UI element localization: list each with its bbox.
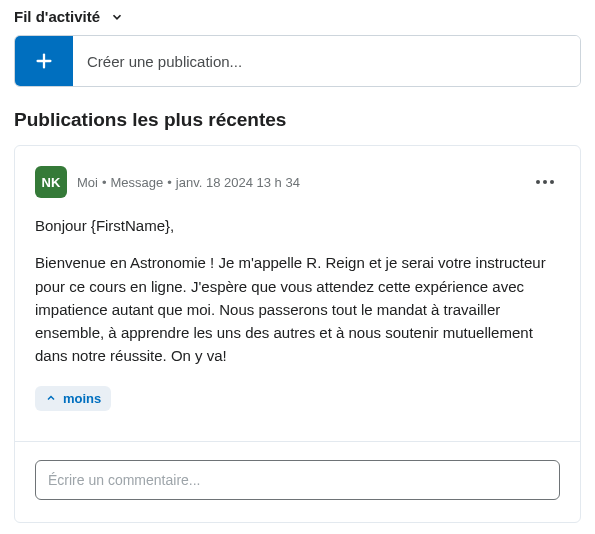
more-options-button[interactable] bbox=[530, 174, 560, 190]
post-author: Moi bbox=[77, 175, 98, 190]
compose-row bbox=[14, 35, 581, 87]
dot-separator: • bbox=[102, 175, 107, 190]
collapse-label: moins bbox=[63, 391, 101, 406]
chevron-down-icon bbox=[110, 10, 124, 24]
post-text: Bienvenue en Astronomie ! Je m'appelle R… bbox=[35, 251, 560, 367]
feed-label: Fil d'activité bbox=[14, 8, 100, 25]
avatar: NK bbox=[35, 166, 67, 198]
dot-icon bbox=[543, 180, 547, 184]
post-card: NK Moi•Message•janv. 18 2024 13 h 34 Bon… bbox=[14, 145, 581, 523]
dot-icon bbox=[550, 180, 554, 184]
compose-input[interactable] bbox=[73, 36, 580, 86]
create-post-button[interactable] bbox=[15, 36, 73, 86]
post-greeting: Bonjour {FirstName}, bbox=[35, 214, 560, 237]
feed-dropdown[interactable]: Fil d'activité bbox=[14, 8, 581, 25]
comment-input[interactable] bbox=[35, 460, 560, 500]
post-meta: Moi•Message•janv. 18 2024 13 h 34 bbox=[77, 175, 520, 190]
dot-icon bbox=[536, 180, 540, 184]
plus-icon bbox=[33, 50, 55, 72]
dot-separator: • bbox=[167, 175, 172, 190]
post-body: Bonjour {FirstName}, Bienvenue en Astron… bbox=[15, 214, 580, 368]
collapse-button[interactable]: moins bbox=[35, 386, 111, 411]
post-header: NK Moi•Message•janv. 18 2024 13 h 34 bbox=[15, 166, 580, 198]
chevron-up-icon bbox=[45, 392, 57, 404]
section-title: Publications les plus récentes bbox=[14, 109, 581, 131]
comment-area bbox=[15, 441, 580, 522]
post-type: Message bbox=[111, 175, 164, 190]
post-timestamp: janv. 18 2024 13 h 34 bbox=[176, 175, 300, 190]
